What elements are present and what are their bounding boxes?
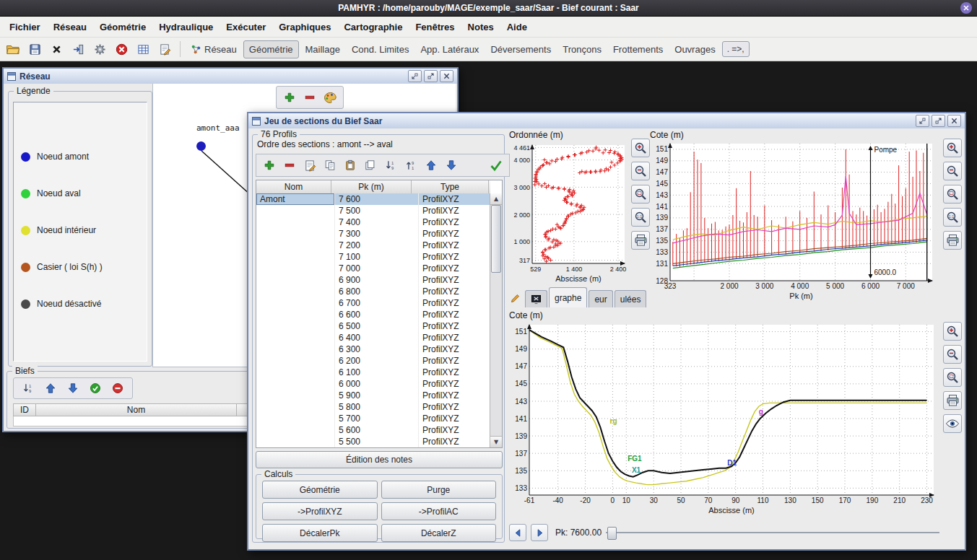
graph-tab-eur[interactable]: eur — [589, 290, 612, 307]
table-row[interactable]: 6 300ProfilXYZ — [256, 344, 490, 355]
previous-profile-button[interactable] — [509, 524, 526, 541]
table-row[interactable]: 7 500ProfilXYZ — [256, 205, 490, 216]
app-close-button[interactable] — [960, 2, 972, 14]
menu-item-g-om-trie[interactable]: Géométrie — [93, 19, 152, 35]
move-up-button[interactable] — [42, 380, 59, 397]
maximize-button[interactable] — [424, 70, 438, 82]
node-amont[interactable] — [196, 141, 206, 151]
zoom-box-button[interactable] — [943, 368, 962, 387]
menu-item-fichier[interactable]: Fichier — [3, 19, 47, 35]
enable-button[interactable] — [87, 380, 104, 397]
table-row[interactable]: 7 200ProfilXYZ — [256, 240, 490, 251]
print-button[interactable] — [943, 391, 962, 410]
toolbar-button-app-lat-raux[interactable]: App. Latéraux — [415, 41, 484, 58]
scroll-thumb[interactable] — [491, 205, 501, 273]
graph-tab-graphe[interactable]: graphe — [549, 287, 587, 307]
table-row[interactable]: 5 900ProfilXYZ — [256, 390, 490, 401]
close-button[interactable] — [440, 70, 453, 82]
pk-slider[interactable] — [606, 525, 939, 540]
settings-button[interactable] — [90, 40, 110, 58]
profilxyz-button[interactable]: ->ProfilXYZ — [262, 502, 378, 520]
long-profile-plot[interactable]: 1511491471451431411391371351331311283232… — [650, 139, 939, 307]
close-button[interactable] — [947, 115, 961, 127]
sort-desc-button[interactable]: 19 — [19, 380, 37, 397]
zoom-out-button[interactable] — [631, 162, 650, 180]
table-row[interactable]: 6 700ProfilXYZ — [256, 297, 490, 309]
menu-item-fen-tres[interactable]: Fenêtres — [409, 19, 461, 35]
table-row[interactable]: 6 900ProfilXYZ — [256, 274, 490, 286]
slider-thumb[interactable] — [607, 527, 617, 540]
add-button[interactable] — [261, 157, 278, 174]
zoom-one-button[interactable]: 1:1 — [631, 208, 650, 227]
zoom-out-button[interactable] — [943, 162, 962, 180]
table-row[interactable]: 6 600ProfilXYZ — [256, 309, 490, 320]
menu-item-cartographie[interactable]: Cartographie — [337, 19, 409, 35]
toolbar-button-frottements[interactable]: Frottements — [608, 41, 668, 58]
move-down-button[interactable] — [443, 157, 460, 174]
copy-button[interactable] — [321, 157, 339, 174]
table-row[interactable]: 6 500ProfilXYZ — [256, 320, 490, 332]
move-down-button[interactable] — [64, 380, 82, 397]
scroll-up-arrow[interactable]: ▲ — [490, 193, 502, 205]
toolbar-button-r-seau[interactable]: Réseau — [186, 41, 242, 58]
table-row[interactable]: 5 700ProfilXYZ — [256, 413, 490, 424]
toolbar-button-tron-ons[interactable]: Tronçons — [557, 41, 607, 58]
purge-button[interactable]: Purge — [381, 481, 497, 499]
menu-item-r-seau[interactable]: Réseau — [47, 19, 93, 35]
import-button[interactable] — [68, 40, 88, 58]
save-button[interactable] — [25, 40, 45, 58]
duplicate-button[interactable] — [362, 157, 379, 174]
scroll-down-arrow[interactable]: ▼ — [490, 436, 502, 447]
table-button[interactable] — [133, 40, 153, 58]
edit-button[interactable] — [301, 157, 318, 174]
g-om-trie-button[interactable]: Géométrie — [262, 481, 378, 499]
profilac-button[interactable]: ->ProfilAC — [381, 502, 497, 520]
move-up-button[interactable] — [422, 157, 440, 174]
apply-button[interactable] — [487, 157, 505, 174]
toolbar-button-g-om-trie[interactable]: Géométrie — [243, 40, 299, 58]
minimize-button[interactable] — [916, 115, 929, 127]
sort-desc-button[interactable]: 19 — [382, 157, 399, 174]
table-row[interactable]: 6 400ProfilXYZ — [256, 332, 490, 344]
toolbar-button-cond-limites[interactable]: Cond. Limites — [347, 41, 414, 58]
table-row[interactable]: 6 100ProfilXYZ — [256, 367, 490, 378]
table-row[interactable]: 5 600ProfilXYZ — [256, 424, 490, 436]
d-calerz-button[interactable]: DécalerZ — [381, 524, 497, 542]
next-profile-button[interactable] — [531, 524, 548, 541]
menu-item-ex-cuter[interactable]: Exécuter — [220, 19, 272, 35]
toolbar-button-d-versements[interactable]: Déversements — [485, 41, 556, 58]
d-calerpk-button[interactable]: DécalerPk — [262, 524, 378, 542]
table-row[interactable]: 5 800ProfilXYZ — [256, 401, 490, 413]
table-row[interactable]: 5 500ProfilXYZ — [256, 436, 490, 447]
table-row[interactable]: Amont7 600ProfilXYZ — [256, 193, 490, 205]
toolbar-button-ouvrages[interactable]: Ouvrages — [669, 41, 720, 58]
table-row[interactable]: 6 200ProfilXYZ — [256, 355, 490, 367]
reseau-window-titlebar[interactable]: Réseau — [4, 69, 457, 84]
zoom-box-button[interactable] — [631, 185, 650, 204]
table-row[interactable]: 6 000ProfilXYZ — [256, 378, 490, 390]
paste-button[interactable] — [342, 157, 359, 174]
zoom-one-button[interactable]: 1:1 — [943, 208, 962, 227]
zoom-box-button[interactable] — [943, 185, 962, 204]
print-button[interactable] — [943, 231, 962, 250]
toolbar-button-maillage[interactable]: Maillage — [300, 41, 345, 58]
print-button[interactable] — [631, 231, 650, 250]
notes-button[interactable] — [155, 40, 175, 58]
disable-button[interactable] — [109, 380, 126, 397]
graph-tab-ul-es[interactable]: ulées — [615, 290, 647, 307]
delete-button[interactable] — [46, 40, 66, 58]
cross-section-plot[interactable]: 151149147145143141139137135133-61-40-200… — [508, 320, 941, 521]
toolbar-button-item[interactable]: . =>, — [722, 41, 750, 57]
table-row[interactable]: 7 400ProfilXYZ — [256, 216, 490, 228]
table-row[interactable]: 7 300ProfilXYZ — [256, 228, 490, 240]
zoom-in-button[interactable] — [943, 139, 962, 157]
add-button[interactable] — [281, 89, 298, 106]
table-row[interactable]: 6 800ProfilXYZ — [256, 286, 490, 297]
zoom-out-button[interactable] — [943, 345, 962, 364]
menu-item-hydraulique[interactable]: Hydraulique — [152, 19, 220, 35]
remove-button[interactable] — [281, 157, 298, 174]
eye-button[interactable] — [943, 414, 962, 433]
plan-plot[interactable]: 4 4614 0003 0002 0001 0003175291 4002 40… — [506, 139, 629, 288]
menu-item-aide[interactable]: Aide — [500, 19, 534, 35]
table-row[interactable]: 7 100ProfilXYZ — [256, 251, 490, 263]
